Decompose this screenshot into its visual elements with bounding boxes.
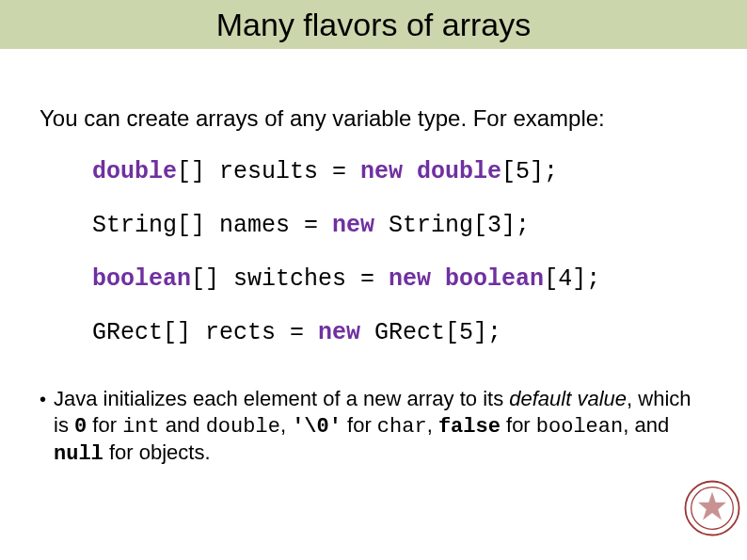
value-null: null <box>54 442 103 466</box>
code-line-4: GRect[] rects = new GRect[5]; <box>92 319 707 346</box>
text: and <box>160 413 206 437</box>
bullet-text: Java initializes each element of a new a… <box>54 386 707 468</box>
code-line-2: String[] names = new String[3]; <box>92 212 707 239</box>
type-char: char <box>377 415 427 439</box>
text: for <box>501 413 536 437</box>
keyword-new: new <box>360 158 417 185</box>
text: Java initializes each element of a new a… <box>54 387 509 410</box>
slide: Many flavors of arrays You can create ar… <box>0 0 747 560</box>
code-block: double[] results = new double[5]; String… <box>40 158 707 346</box>
text: , <box>280 413 292 437</box>
text: for <box>87 413 122 437</box>
value-zero: 0 <box>74 415 87 439</box>
code-text: String[3]; <box>374 212 530 239</box>
code-line-3: boolean[] switches = new boolean[4]; <box>92 265 707 293</box>
keyword-type: boolean <box>445 265 544 293</box>
text: for objects. <box>103 440 211 464</box>
title-bar: Many flavors of arrays <box>0 0 747 49</box>
code-text: GRect[] rects = <box>92 319 318 346</box>
stanford-seal-icon <box>683 479 741 537</box>
keyword-new: new <box>332 212 374 239</box>
keyword-new: new <box>318 319 360 346</box>
type-double: double <box>206 415 280 439</box>
code-text: [] switches = <box>191 265 389 293</box>
keyword-type: double <box>417 158 501 185</box>
intro-text: You can create arrays of any variable ty… <box>40 105 707 132</box>
text: , and <box>623 413 669 437</box>
text: , <box>427 413 438 437</box>
type-int: int <box>122 415 160 439</box>
slide-body: You can create arrays of any variable ty… <box>0 105 747 346</box>
code-line-1: double[] results = new double[5]; <box>92 158 707 185</box>
code-text: String[] names = <box>92 212 332 239</box>
text-italic: default value <box>509 387 627 410</box>
code-text: [] results = <box>177 158 360 185</box>
value-char: '\0' <box>292 415 342 439</box>
value-false: false <box>438 415 501 439</box>
slide-title: Many flavors of arrays <box>216 7 531 43</box>
bullet-item: • Java initializes each element of a new… <box>0 373 747 468</box>
code-text: GRect[5]; <box>360 319 501 346</box>
text: for <box>342 413 377 437</box>
code-text: [4]; <box>544 265 600 293</box>
keyword-new: new <box>389 265 445 293</box>
bullet-marker: • <box>40 386 46 468</box>
code-text: [5]; <box>501 158 558 185</box>
keyword-type: double <box>92 158 177 185</box>
type-boolean: boolean <box>536 415 623 439</box>
keyword-type: boolean <box>92 265 191 293</box>
